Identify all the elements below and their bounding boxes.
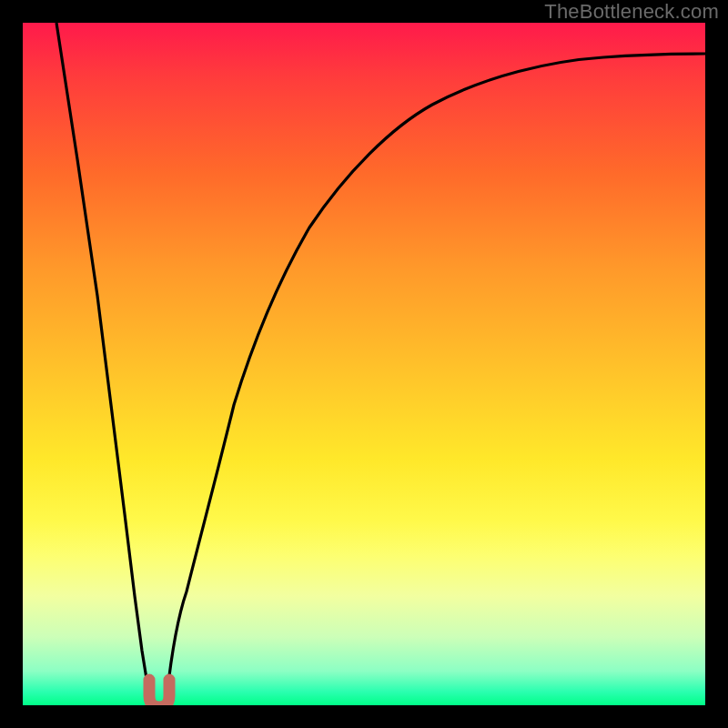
watermark-label: TheBottleneck.com (544, 0, 719, 23)
chart-frame: TheBottleneck.com (0, 0, 728, 728)
curve-left-branch (56, 23, 152, 699)
minimum-u-marker (149, 680, 169, 705)
curve-right-branch (167, 54, 705, 699)
curve-layer (23, 23, 705, 705)
plot-area (23, 23, 705, 705)
